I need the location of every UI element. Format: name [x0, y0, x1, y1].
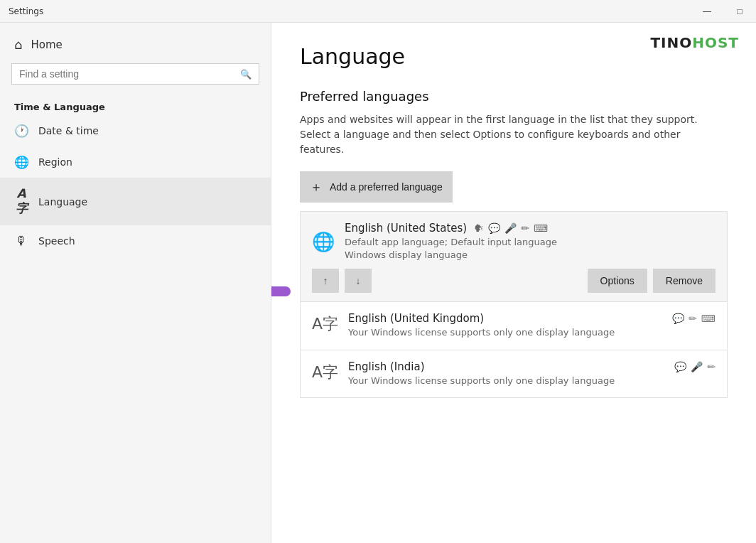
edit-icon: ✏	[521, 222, 529, 234]
sidebar-item-label: Language	[38, 196, 87, 208]
lang-name-en-gb: English (United Kingdom) 💬 ✏ ⌨	[348, 312, 716, 325]
lang-icon-in: A字	[312, 360, 338, 383]
brand-logo: TINOHOST	[650, 34, 739, 51]
language-icon: A字	[14, 186, 28, 217]
home-icon: ⌂	[14, 37, 22, 52]
language-item-header-en-us: 🌐 English (United States) 🗣 💬 🎤 ✏ ⌨ Defa…	[301, 212, 727, 262]
text-to-speech-icon: 🗣	[474, 222, 484, 234]
globe-lang-icon: 🌐	[312, 231, 335, 252]
move-down-button[interactable]: ↓	[345, 269, 372, 293]
language-item-actions-en-us: ↑ ↓ Options Remove	[301, 262, 727, 301]
lang-desc-en-us: Default app language; Default input lang…	[345, 236, 716, 262]
titlebar-controls: — □	[691, 0, 756, 23]
move-up-button[interactable]: ↑	[312, 269, 339, 293]
plus-icon: ＋	[310, 178, 323, 195]
app-body: ⌂ Home 🔍 Time & Language 🕐 Date & time 🌐…	[0, 23, 756, 543]
lang-info-en-in: English (India) 💬 🎤 ✏ Your Windows licen…	[348, 360, 716, 387]
language-item-en-in[interactable]: A字 English (India) 💬 🎤 ✏ Your Windows li…	[300, 350, 728, 398]
add-language-label: Add a preferred language	[330, 181, 443, 193]
brand-host: HOST	[692, 34, 739, 51]
speech-icon-in: 💬	[674, 361, 686, 372]
add-language-button[interactable]: ＋ Add a preferred language	[300, 171, 453, 203]
mic-icon-in: 🎤	[691, 361, 703, 372]
sidebar-item-speech[interactable]: 🎙 Speech	[0, 225, 271, 257]
sidebar: ⌂ Home 🔍 Time & Language 🕐 Date & time 🌐…	[0, 23, 271, 543]
sidebar-item-home[interactable]: ⌂ Home	[0, 23, 271, 63]
keyboard-icon-gb: ⌨	[701, 313, 716, 324]
lang-name-en-in: English (India) 💬 🎤 ✏	[348, 360, 716, 373]
options-button[interactable]: Options	[588, 269, 647, 293]
preferred-languages-title: Preferred languages	[300, 89, 728, 104]
lang-icon-gb: A字	[312, 312, 338, 335]
keyboard-icon: ⌨	[534, 222, 548, 234]
lang-name-en-us: English (United States) 🗣 💬 🎤 ✏ ⌨	[345, 222, 716, 235]
clock-icon: 🕐	[14, 124, 28, 138]
edit-icon-in: ✏	[707, 361, 716, 372]
microphone-icon: 🎙	[14, 234, 28, 248]
sidebar-item-date-time[interactable]: 🕐 Date & time	[0, 115, 271, 146]
handwriting-icon: 💬	[488, 222, 500, 234]
search-box: 🔍	[11, 63, 259, 85]
titlebar-title: Settings	[9, 6, 43, 16]
brand-tino: TINO	[650, 34, 692, 51]
minimize-button[interactable]: —	[691, 0, 723, 23]
globe-icon: 🌐	[14, 155, 28, 169]
sidebar-category: Time & Language	[0, 96, 271, 115]
lang-info-en-us: English (United States) 🗣 💬 🎤 ✏ ⌨ Defaul…	[345, 222, 716, 262]
lang-features-en-us: 🗣 💬 🎤 ✏ ⌨	[474, 222, 548, 234]
maximize-button[interactable]: □	[723, 0, 756, 23]
sidebar-item-label: Region	[38, 156, 72, 168]
language-item-en-us[interactable]: 🌐 English (United States) 🗣 💬 🎤 ✏ ⌨ Defa…	[300, 211, 728, 302]
speech-icon-gb: 💬	[672, 313, 684, 324]
home-label: Home	[31, 38, 62, 51]
lang-desc-en-in: Your Windows license supports only one d…	[348, 375, 716, 387]
sidebar-item-region[interactable]: 🌐 Region	[0, 146, 271, 178]
remove-button[interactable]: Remove	[653, 269, 716, 293]
sidebar-item-language[interactable]: A字 Language	[0, 178, 271, 225]
lang-info-en-gb: English (United Kingdom) 💬 ✏ ⌨ Your Wind…	[348, 312, 716, 339]
sidebar-item-label: Speech	[38, 235, 75, 247]
lang-features-en-gb: 💬 ✏ ⌨	[672, 313, 716, 324]
speech-recognition-icon: 🎤	[504, 222, 517, 234]
search-icon: 🔍	[240, 69, 252, 80]
titlebar: Settings — □	[0, 0, 756, 23]
language-item-en-gb[interactable]: A字 English (United Kingdom) 💬 ✏ ⌨ Your W…	[300, 302, 728, 350]
edit-icon-gb: ✏	[688, 313, 697, 324]
main-content: TINOHOST Language Preferred languages Ap…	[271, 23, 756, 543]
sidebar-item-label: Date & time	[38, 125, 99, 136]
lang-features-en-in: 💬 🎤 ✏	[674, 361, 716, 372]
lang-desc-en-gb: Your Windows license supports only one d…	[348, 326, 716, 339]
section-description: Apps and websites will appear in the fir…	[300, 112, 712, 157]
search-input[interactable]	[19, 68, 234, 80]
